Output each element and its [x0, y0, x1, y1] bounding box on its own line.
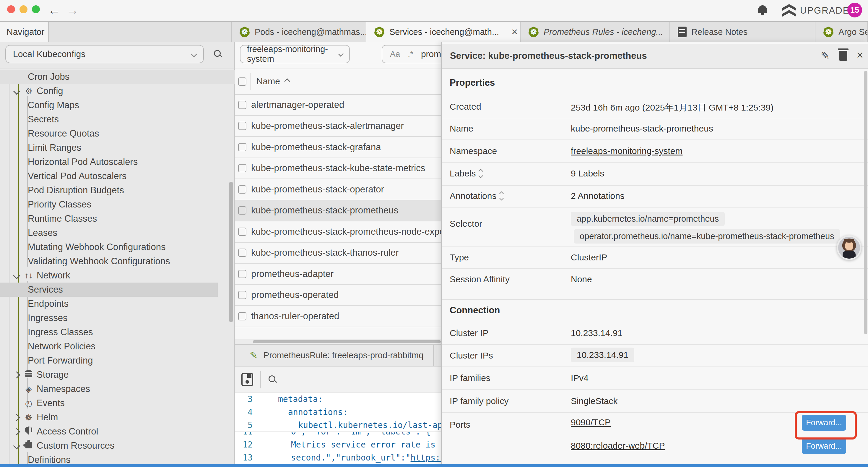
navigator-sidebar: Local Kubeconfigs Cron Jobs⚙ConfigConfig…	[0, 42, 235, 467]
sidebar-item-limit-ranges[interactable]: Limit Ranges	[0, 141, 235, 155]
tab-prometheus[interactable]: ☸Prometheus Rules - icecheng...	[521, 22, 670, 42]
regex-toggle[interactable]: .*	[408, 49, 413, 59]
scrollbar-thumb[interactable]	[253, 340, 441, 343]
sidebar-search-icon[interactable]	[213, 49, 222, 58]
table-row[interactable]: prometheus-operated	[235, 285, 473, 306]
row-checkbox[interactable]	[238, 312, 246, 320]
sidebar-item-services[interactable]: Services	[0, 283, 218, 297]
sidebar-item-resource-quotas[interactable]: Resource Quotas	[0, 126, 235, 141]
namespace-select[interactable]: freeleaps-monitoring-system	[240, 45, 350, 63]
row-checkbox[interactable]	[238, 228, 246, 236]
table-row[interactable]: thanos-ruler-operated	[235, 306, 473, 327]
editor-tab-prometheusrule[interactable]: ✎ PrometheusRule: freeleaps-prod-rabbitm…	[235, 345, 434, 366]
row-checkbox[interactable]	[238, 164, 246, 172]
sidebar-item-endpoints[interactable]: Endpoints	[0, 297, 235, 311]
upgrade-button[interactable]: UPGRADE	[800, 5, 849, 16]
chevron-down-icon[interactable]	[13, 442, 20, 449]
column-header-name[interactable]: Name	[256, 76, 280, 86]
table-row[interactable]: prometheus-adapter	[235, 264, 473, 285]
traffic-light-maximize-icon[interactable]	[32, 5, 40, 13]
sidebar-item-vertical-pod-autoscalers[interactable]: Vertical Pod Autoscalers	[0, 169, 235, 183]
table-row[interactable]: kube-prometheus-stack-operator	[235, 179, 473, 200]
sidebar-scrollbar[interactable]	[229, 182, 233, 322]
sidebar-item-custom-resources[interactable]: Custom Resources	[0, 439, 235, 453]
tab-navigator[interactable]: Navigator	[0, 22, 49, 42]
save-icon[interactable]	[241, 373, 253, 386]
tab-argo[interactable]: ☸Argo Se	[815, 22, 868, 42]
kubeconfig-select-value: Local Kubeconfigs	[13, 49, 85, 59]
row-checkbox[interactable]	[238, 249, 246, 257]
chevron-right-icon[interactable]	[13, 371, 20, 378]
traffic-light-minimize-icon[interactable]	[20, 5, 28, 13]
tab-services[interactable]: ☸Services - icecheng@math...×	[366, 22, 521, 42]
chevron-right-icon[interactable]	[13, 428, 20, 435]
sidebar-item-port-forwarding[interactable]: Port Forwarding	[0, 353, 235, 368]
table-row[interactable]: kube-prometheus-stack-kube-state-metrics	[235, 158, 473, 179]
row-checkbox[interactable]	[238, 270, 246, 278]
chevron-down-icon[interactable]	[13, 87, 20, 95]
tab-release[interactable]: Release Notes	[670, 22, 815, 42]
chevron-right-icon[interactable]	[13, 414, 20, 421]
sidebar-item-priority-classes[interactable]: Priority Classes	[0, 198, 235, 212]
editor-search-icon[interactable]	[268, 375, 277, 384]
service-name: kube-prometheus-stack-kube-state-metrics	[251, 163, 425, 174]
forward-icon[interactable]: →	[66, 2, 79, 18]
sidebar-item-events[interactable]: ◷Events	[0, 396, 235, 410]
table-row[interactable]: alertmanager-operated	[235, 95, 473, 116]
notification-badge[interactable]: 15	[847, 3, 862, 18]
select-all-checkbox[interactable]	[238, 78, 246, 86]
chevron-down-icon[interactable]	[13, 272, 20, 279]
table-row[interactable]: kube-prometheus-stack-thanos-ruler	[235, 243, 473, 264]
row-checkbox[interactable]	[238, 101, 246, 109]
row-checkbox[interactable]	[238, 185, 246, 194]
sort-toggle-icon[interactable]	[500, 192, 503, 200]
yaml-editor[interactable]: 3metadata:4annotations:5kubectl.kubernet…	[235, 392, 473, 467]
bell-icon[interactable]	[758, 5, 767, 13]
sidebar-item-network[interactable]: ↑↓Network	[0, 268, 235, 283]
close-icon[interactable]: ×	[857, 49, 863, 62]
sidebar-item-validating-webhook-configurations[interactable]: Validating Webhook Configurations	[0, 254, 235, 268]
sidebar-item-leases[interactable]: Leases	[0, 226, 235, 240]
sidebar-item-ingress-classes[interactable]: Ingress Classes	[0, 325, 235, 339]
forward-button[interactable]: Forward...	[802, 438, 846, 454]
table-row[interactable]: kube-prometheus-stack-alertmanager	[235, 116, 473, 137]
sidebar-item-config[interactable]: ⚙Config	[0, 84, 235, 98]
trash-icon[interactable]	[839, 51, 847, 61]
back-icon[interactable]: ←	[48, 2, 60, 18]
row-checkbox[interactable]	[238, 206, 246, 214]
close-icon[interactable]: ×	[512, 27, 518, 37]
namespace-link[interactable]: freeleaps-monitoring-system	[571, 146, 682, 156]
port-link[interactable]: 8080:reloader-web/TCP	[571, 441, 665, 451]
row-checkbox[interactable]	[238, 122, 246, 130]
tab-pods[interactable]: ☸Pods - icecheng@mathmas...	[231, 22, 366, 42]
sort-toggle-icon[interactable]	[479, 170, 483, 177]
sort-asc-icon[interactable]	[284, 78, 290, 84]
sidebar-item-cron-jobs[interactable]: Cron Jobs	[0, 70, 235, 84]
avatar[interactable]	[837, 235, 862, 260]
port-link[interactable]: 9090/TCP	[571, 417, 611, 428]
sidebar-item-pod-disruption-budgets[interactable]: Pod Disruption Budgets	[0, 183, 235, 198]
sidebar-item-label: Definitions	[28, 455, 71, 465]
table-row[interactable]: kube-prometheus-stack-grafana	[235, 137, 473, 158]
sidebar-item-secrets[interactable]: Secrets	[0, 112, 235, 126]
sidebar-item-config-maps[interactable]: Config Maps	[0, 98, 235, 112]
sidebar-item-storage[interactable]: Storage	[0, 368, 235, 382]
traffic-light-close-icon[interactable]	[7, 5, 15, 13]
sidebar-item-mutating-webhook-configurations[interactable]: Mutating Webhook Configurations	[0, 240, 235, 254]
sidebar-item-access-control[interactable]: Access Control	[0, 425, 235, 439]
table-horizontal-scrollbar[interactable]	[235, 339, 473, 344]
kubeconfig-select[interactable]: Local Kubeconfigs	[5, 45, 204, 63]
table-row[interactable]: kube-prometheus-stack-prometheus	[235, 200, 473, 222]
edit-icon[interactable]: ✎	[821, 50, 830, 62]
sidebar-item-ingresses[interactable]: Ingresses	[0, 311, 235, 325]
sidebar-item-runtime-classes[interactable]: Runtime Classes	[0, 212, 235, 226]
row-checkbox[interactable]	[238, 143, 246, 151]
sidebar-item-namespaces[interactable]: ◈Namespaces	[0, 382, 235, 396]
sidebar-item-horizontal-pod-autoscalers[interactable]: Horizontal Pod Autoscalers	[0, 155, 235, 169]
sidebar-item-network-policies[interactable]: Network Policies	[0, 339, 235, 353]
table-row[interactable]: kube-prometheus-stack-prometheus-node-ex…	[235, 222, 473, 243]
match-case-toggle[interactable]: Aa	[390, 49, 400, 59]
row-checkbox[interactable]	[238, 291, 246, 299]
sidebar-item-helm[interactable]: ☸Helm	[0, 410, 235, 425]
detail-scrollbar[interactable]	[864, 71, 867, 334]
